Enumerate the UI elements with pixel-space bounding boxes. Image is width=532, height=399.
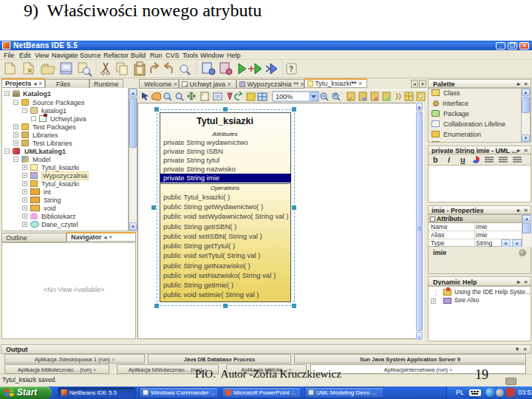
svg-text:?: ? [289,65,293,73]
svg-text:100%: 100% [276,93,293,100]
